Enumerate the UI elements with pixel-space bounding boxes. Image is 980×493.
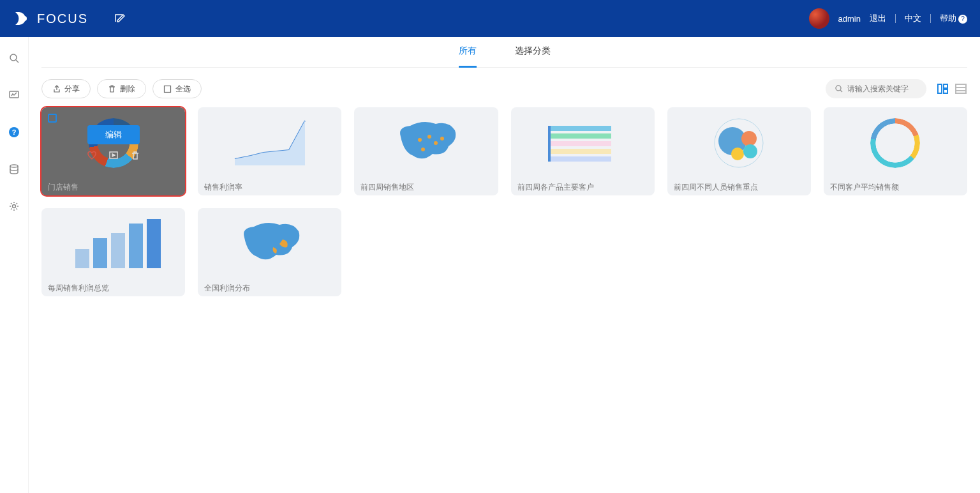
card-item[interactable]: 全国利润分布 [198, 208, 341, 296]
card-checkbox[interactable] [48, 114, 57, 123]
card-item[interactable]: 不同客户平均销售额 [824, 107, 967, 195]
brand: FOCUS [13, 10, 88, 27]
bubble-chart-icon [701, 114, 777, 172]
card-title: 前四周销售地区 [354, 179, 498, 195]
stacked-bar-icon [544, 121, 621, 165]
card-title: 全国利润分布 [198, 280, 341, 296]
svg-point-16 [427, 135, 431, 139]
card-item[interactable]: 每周销售利润总览 [41, 208, 185, 296]
list-view-icon[interactable] [954, 82, 967, 95]
search-icon [835, 84, 843, 93]
card-grid: 编辑 门店销售 销售利润率 前四周销售地区 前四周各产品主要客户 [41, 107, 967, 296]
toolbar: 分享 删除 全选 [41, 68, 967, 107]
svg-marker-14 [235, 121, 305, 165]
sidebar-data[interactable] [0, 160, 29, 179]
favorite-icon[interactable] [87, 151, 97, 161]
donut-chart-icon [870, 118, 920, 168]
brand-icon [13, 10, 31, 27]
svg-rect-7 [165, 86, 171, 92]
language-link[interactable]: 中文 [905, 13, 921, 24]
help-badge-icon: ? [958, 15, 967, 24]
header-right: admin 退出 中文 帮助? [809, 8, 967, 29]
svg-point-15 [418, 138, 422, 142]
svg-point-30 [743, 144, 757, 158]
card-title: 每周销售利润总览 [41, 280, 185, 296]
tab-bar: 所有 选择分类 [41, 37, 967, 68]
sidebar-board[interactable] [0, 86, 29, 105]
brand-text: FOCUS [37, 11, 88, 26]
card-title: 销售利润率 [198, 179, 341, 195]
search-input[interactable] [847, 84, 917, 93]
divider [895, 14, 896, 23]
svg-rect-22 [551, 141, 611, 146]
tab-all[interactable]: 所有 [459, 37, 477, 68]
svg-rect-32 [93, 238, 107, 268]
search-box[interactable] [826, 79, 926, 98]
svg-point-29 [731, 148, 744, 160]
svg-rect-12 [956, 84, 966, 93]
line-chart-icon [228, 114, 311, 172]
svg-point-19 [440, 137, 444, 140]
app-header: FOCUS admin 退出 中文 帮助? [0, 0, 980, 37]
map-icon [228, 215, 311, 273]
card-item[interactable]: 前四周各产品主要客户 [511, 107, 655, 195]
map-icon [385, 114, 468, 172]
checkbox-icon [163, 85, 172, 93]
share-button[interactable]: 分享 [41, 79, 91, 98]
svg-rect-20 [551, 126, 611, 131]
card-item[interactable]: 前四周销售地区 [354, 107, 498, 195]
svg-rect-23 [551, 149, 611, 154]
svg-rect-11 [944, 89, 947, 93]
delete-icon[interactable] [130, 151, 140, 161]
select-all-button[interactable]: 全选 [152, 79, 202, 98]
card-title: 不同客户平均销售额 [824, 179, 967, 195]
svg-rect-25 [548, 126, 551, 162]
svg-point-8 [836, 86, 841, 91]
svg-rect-21 [551, 133, 611, 139]
svg-rect-10 [944, 84, 947, 88]
divider [930, 14, 931, 23]
edit-button[interactable]: 编辑 [87, 125, 140, 144]
bar-chart-icon [66, 214, 161, 275]
sidebar-help[interactable]: ? [0, 123, 29, 142]
svg-point-18 [421, 148, 425, 151]
present-icon[interactable] [108, 151, 119, 161]
svg-rect-35 [147, 219, 161, 268]
compose-icon[interactable] [114, 13, 125, 24]
help-link[interactable]: 帮助? [940, 13, 967, 24]
card-title: 前四周不同人员销售重点 [667, 179, 811, 195]
svg-point-0 [22, 16, 27, 21]
svg-point-1 [10, 54, 17, 61]
svg-point-28 [741, 131, 757, 146]
card-overlay: 编辑 [41, 107, 185, 179]
avatar[interactable] [809, 8, 829, 29]
svg-rect-9 [938, 84, 942, 93]
logout-link[interactable]: 退出 [870, 13, 886, 24]
svg-point-6 [13, 205, 16, 208]
card-item[interactable]: 编辑 门店销售 [41, 107, 185, 195]
svg-rect-24 [551, 156, 611, 162]
svg-point-5 [10, 165, 18, 167]
grid-view-icon[interactable] [937, 82, 949, 95]
delete-button[interactable]: 删除 [97, 79, 146, 98]
sidebar-settings[interactable] [0, 197, 29, 216]
svg-rect-31 [75, 249, 89, 268]
card-item[interactable]: 销售利润率 [198, 107, 341, 195]
card-title: 前四周各产品主要客户 [511, 179, 655, 195]
main-content: 所有 选择分类 分享 删除 全选 [29, 37, 980, 493]
svg-rect-33 [111, 233, 125, 268]
share-icon [52, 85, 61, 93]
tab-category[interactable]: 选择分类 [515, 37, 551, 68]
svg-text:?: ? [12, 128, 17, 136]
card-item[interactable]: 前四周不同人员销售重点 [667, 107, 811, 195]
svg-rect-34 [129, 224, 143, 268]
sidebar-search[interactable] [0, 49, 29, 68]
svg-point-17 [434, 141, 438, 145]
username[interactable]: admin [838, 14, 861, 24]
card-title: 门店销售 [41, 179, 185, 195]
trash-icon [108, 85, 116, 93]
sidebar: ? [0, 37, 29, 493]
